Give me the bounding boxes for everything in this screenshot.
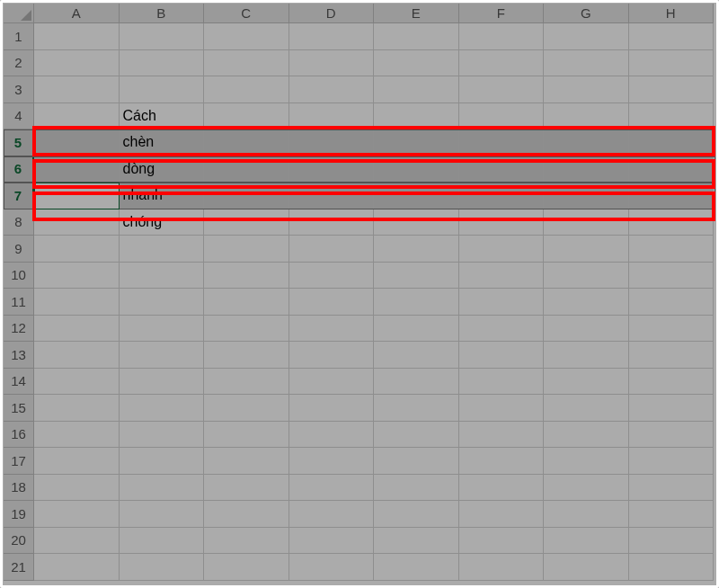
cell-H3[interactable] bbox=[629, 76, 715, 103]
row-header-16[interactable]: 16 bbox=[4, 422, 34, 449]
cell-E17[interactable] bbox=[374, 448, 459, 475]
column-header-B[interactable]: B bbox=[120, 4, 205, 23]
cell-B1[interactable] bbox=[120, 23, 205, 50]
cell-G20[interactable] bbox=[544, 528, 629, 555]
cell-A6[interactable] bbox=[34, 156, 120, 183]
row-header-6[interactable]: 6 bbox=[4, 156, 34, 183]
cell-D6[interactable] bbox=[289, 156, 375, 183]
cell-F19[interactable] bbox=[459, 501, 545, 528]
row-header-7[interactable]: 7 bbox=[4, 183, 34, 209]
row-header-17[interactable]: 17 bbox=[4, 448, 34, 475]
column-header-D[interactable]: D bbox=[289, 4, 375, 23]
cell-E15[interactable] bbox=[374, 395, 459, 422]
cell-G15[interactable] bbox=[544, 395, 629, 422]
cell-A14[interactable] bbox=[34, 369, 120, 396]
cell-C19[interactable] bbox=[204, 501, 289, 528]
cell-E18[interactable] bbox=[374, 475, 459, 502]
row-header-15[interactable]: 15 bbox=[4, 395, 34, 422]
cell-G12[interactable] bbox=[544, 316, 629, 343]
cell-D13[interactable] bbox=[289, 342, 375, 369]
cell-F4[interactable] bbox=[459, 103, 545, 130]
row-header-5[interactable]: 5 bbox=[4, 129, 34, 156]
cell-D4[interactable] bbox=[289, 103, 375, 130]
column-header-G[interactable]: G bbox=[544, 4, 629, 23]
cell-H7[interactable] bbox=[629, 183, 715, 209]
cell-D1[interactable] bbox=[289, 23, 375, 50]
cell-C15[interactable] bbox=[204, 395, 289, 422]
row-header-19[interactable]: 19 bbox=[4, 501, 34, 528]
cell-H14[interactable] bbox=[629, 369, 715, 396]
cell-A15[interactable] bbox=[34, 395, 120, 422]
cell-G16[interactable] bbox=[544, 422, 629, 449]
cell-H2[interactable] bbox=[629, 50, 715, 77]
cell-G10[interactable] bbox=[544, 263, 629, 290]
cell-E19[interactable] bbox=[374, 501, 459, 528]
row-header-8[interactable]: 8 bbox=[4, 209, 34, 236]
row-header-1[interactable]: 1 bbox=[4, 23, 34, 50]
row-header-20[interactable]: 20 bbox=[4, 528, 34, 555]
cell-A21[interactable] bbox=[34, 554, 120, 581]
cell-F20[interactable] bbox=[459, 528, 545, 555]
cell-D17[interactable] bbox=[289, 448, 375, 475]
cell-A11[interactable] bbox=[34, 289, 120, 316]
cell-H1[interactable] bbox=[629, 23, 715, 50]
cell-B4[interactable]: Cách bbox=[120, 103, 205, 130]
cell-A8[interactable] bbox=[34, 209, 120, 236]
cell-A13[interactable] bbox=[34, 342, 120, 369]
cell-E1[interactable] bbox=[374, 23, 459, 50]
cell-F9[interactable] bbox=[459, 236, 545, 263]
cell-G8[interactable] bbox=[544, 209, 629, 236]
cell-H5[interactable] bbox=[629, 129, 715, 156]
cell-F14[interactable] bbox=[459, 369, 545, 396]
cell-C16[interactable] bbox=[204, 422, 289, 449]
row-header-4[interactable]: 4 bbox=[4, 103, 34, 130]
cell-B18[interactable] bbox=[120, 475, 205, 502]
cell-D5[interactable] bbox=[289, 129, 375, 156]
column-header-F[interactable]: F bbox=[459, 4, 545, 23]
cell-E12[interactable] bbox=[374, 316, 459, 343]
cell-H13[interactable] bbox=[629, 342, 715, 369]
cell-A12[interactable] bbox=[34, 316, 120, 343]
cell-G11[interactable] bbox=[544, 289, 629, 316]
cell-G7[interactable] bbox=[544, 183, 629, 209]
row-header-3[interactable]: 3 bbox=[4, 76, 34, 103]
cell-F10[interactable] bbox=[459, 263, 545, 290]
cell-F21[interactable] bbox=[459, 554, 545, 581]
cell-D21[interactable] bbox=[289, 554, 375, 581]
cell-D11[interactable] bbox=[289, 289, 375, 316]
cell-G9[interactable] bbox=[544, 236, 629, 263]
cell-A17[interactable] bbox=[34, 448, 120, 475]
cell-H17[interactable] bbox=[629, 448, 715, 475]
cell-A9[interactable] bbox=[34, 236, 120, 263]
cell-D19[interactable] bbox=[289, 501, 375, 528]
cell-E8[interactable] bbox=[374, 209, 459, 236]
cell-H21[interactable] bbox=[629, 554, 715, 581]
cell-E7[interactable] bbox=[374, 183, 459, 209]
cell-H10[interactable] bbox=[629, 263, 715, 290]
cell-F13[interactable] bbox=[459, 342, 545, 369]
row-header-18[interactable]: 18 bbox=[4, 475, 34, 502]
cell-A7[interactable] bbox=[34, 183, 120, 209]
row-header-12[interactable]: 12 bbox=[4, 316, 34, 343]
cell-C6[interactable] bbox=[204, 156, 289, 183]
cell-D14[interactable] bbox=[289, 369, 375, 396]
cell-C18[interactable] bbox=[204, 475, 289, 502]
cell-H6[interactable] bbox=[629, 156, 715, 183]
cell-E6[interactable] bbox=[374, 156, 459, 183]
cell-A20[interactable] bbox=[34, 528, 120, 555]
cell-G3[interactable] bbox=[544, 76, 629, 103]
cell-G19[interactable] bbox=[544, 501, 629, 528]
cell-E5[interactable] bbox=[374, 129, 459, 156]
cell-A19[interactable] bbox=[34, 501, 120, 528]
cell-H11[interactable] bbox=[629, 289, 715, 316]
cell-F12[interactable] bbox=[459, 316, 545, 343]
cell-C7[interactable] bbox=[204, 183, 289, 209]
cell-H16[interactable] bbox=[629, 422, 715, 449]
cell-B6[interactable]: dòng bbox=[120, 156, 205, 183]
cell-G21[interactable] bbox=[544, 554, 629, 581]
cell-F7[interactable] bbox=[459, 183, 545, 209]
cell-A10[interactable] bbox=[34, 263, 120, 290]
row-header-9[interactable]: 9 bbox=[4, 236, 34, 263]
cell-H19[interactable] bbox=[629, 501, 715, 528]
cell-F11[interactable] bbox=[459, 289, 545, 316]
